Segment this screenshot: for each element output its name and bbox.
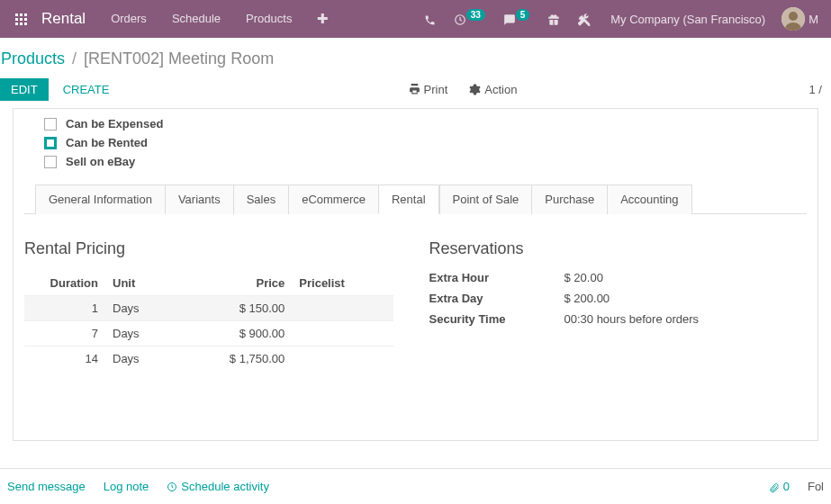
schedule-label: Schedule activity [181, 480, 269, 493]
svg-rect-8 [24, 22, 27, 25]
section-title: Reservations [429, 239, 799, 258]
tab-sales[interactable]: Sales [233, 184, 290, 214]
section-title: Rental Pricing [24, 239, 393, 258]
checkbox-rented[interactable]: Can be Rented [44, 133, 789, 152]
extra-hour-label: Extra Hour [429, 271, 565, 284]
cell-unit: Days [105, 346, 175, 372]
nav-menu-schedule[interactable]: Schedule [159, 0, 233, 38]
top-navbar: Rental Orders Schedule Products ✚ 33 5 M… [0, 0, 831, 38]
cell-unit: Days [105, 321, 175, 346]
print-icon [409, 84, 420, 95]
tab-accounting[interactable]: Accounting [607, 184, 691, 214]
tab-variants[interactable]: Variants [165, 184, 234, 214]
tools-icon[interactable] [569, 12, 600, 26]
cell-duration: 1 [24, 296, 105, 321]
gear-icon [469, 84, 481, 95]
col-pricelist: Pricelist [292, 271, 393, 296]
paperclip-icon [769, 482, 780, 493]
print-button[interactable]: Print [409, 83, 448, 96]
svg-rect-3 [15, 18, 18, 21]
col-unit: Unit [105, 271, 175, 296]
breadcrumb-sep: / [65, 50, 84, 68]
table-row[interactable]: 14 Days $ 1,750.00 [24, 346, 393, 372]
security-value: 00:30 hours before orders [565, 312, 799, 326]
col-duration: Duration [24, 271, 105, 296]
log-note-button[interactable]: Log note [104, 480, 149, 493]
checkbox-icon [44, 156, 57, 168]
cell-duration: 14 [24, 346, 105, 372]
checkbox-list: Can be Expensed Can be Rented Sell on eB… [24, 109, 807, 178]
apps-icon[interactable] [7, 12, 36, 26]
user-menu[interactable]: M [776, 7, 824, 31]
nav-menu-orders[interactable]: Orders [98, 0, 159, 38]
tab-pos[interactable]: Point of Sale [439, 184, 533, 214]
table-row[interactable]: 7 Days $ 900.00 [24, 321, 393, 346]
checkbox-icon [44, 137, 57, 149]
checkbox-label: Sell on eBay [66, 155, 135, 168]
form-sheet: Can be Expensed Can be Rented Sell on eB… [13, 108, 818, 441]
attachment-count: 0 [783, 480, 790, 493]
user-label: M [808, 13, 818, 26]
svg-point-11 [789, 12, 798, 21]
reservations-section: Reservations Extra Hour $ 20.00 Extra Da… [429, 239, 799, 371]
breadcrumb-current: [RENT002] Meeting Room [84, 50, 274, 68]
phone-icon[interactable] [415, 12, 445, 26]
module-brand[interactable]: Rental [36, 10, 98, 28]
cell-price: $ 1,750.00 [175, 346, 292, 372]
cell-pricelist [292, 296, 393, 321]
company-selector[interactable]: My Company (San Francisco) [600, 13, 776, 26]
cell-duration: 7 [24, 321, 105, 346]
tab-rental[interactable]: Rental [378, 184, 439, 214]
tab-ecommerce[interactable]: eCommerce [288, 184, 379, 214]
discuss-icon[interactable]: 5 [494, 12, 538, 26]
checkbox-expensed[interactable]: Can be Expensed [44, 114, 789, 133]
pricing-table: Duration Unit Price Pricelist 1 Days $ 1… [24, 271, 393, 371]
security-label: Security Time [429, 312, 565, 326]
activity-badge: 33 [466, 9, 485, 21]
svg-rect-0 [15, 14, 18, 16]
svg-rect-5 [24, 18, 27, 21]
cell-pricelist [292, 346, 393, 372]
tab-general[interactable]: General Information [35, 184, 166, 214]
tabs: General Information Variants Sales eComm… [24, 184, 807, 214]
clock-icon [167, 482, 177, 492]
action-label: Action [484, 83, 517, 96]
chatter-bar: Send message Log note Schedule activity … [0, 468, 831, 504]
print-label: Print [424, 83, 448, 96]
extra-hour-value: $ 20.00 [565, 271, 799, 284]
extra-day-value: $ 200.00 [565, 292, 799, 305]
pager[interactable]: 1 / [809, 83, 826, 96]
gift-icon[interactable] [538, 12, 569, 26]
svg-rect-7 [20, 22, 23, 25]
table-row[interactable]: 1 Days $ 150.00 [24, 296, 393, 321]
nav-menu-products[interactable]: Products [233, 0, 304, 38]
schedule-activity-button[interactable]: Schedule activity [167, 480, 269, 493]
tab-content-rental: Rental Pricing Duration Unit Price Price… [24, 214, 807, 371]
breadcrumb-root[interactable]: Products [1, 50, 65, 68]
cell-unit: Days [105, 296, 175, 321]
checkbox-label: Can be Rented [66, 136, 148, 149]
nav-plus-icon[interactable]: ✚ [304, 11, 341, 27]
breadcrumb: Products / [RENT002] Meeting Room [0, 38, 831, 75]
edit-button[interactable]: EDIT [0, 78, 49, 101]
send-message-button[interactable]: Send message [7, 480, 86, 493]
svg-rect-4 [20, 18, 23, 21]
action-dropdown[interactable]: Action [469, 83, 517, 96]
cell-price: $ 900.00 [175, 321, 292, 346]
follow-button[interactable]: Fol [808, 480, 824, 493]
extra-day-label: Extra Day [429, 292, 565, 305]
create-button[interactable]: CREATE [56, 78, 117, 101]
checkbox-icon [44, 118, 57, 130]
avatar [781, 7, 805, 31]
col-price: Price [175, 271, 292, 296]
tab-purchase[interactable]: Purchase [531, 184, 608, 214]
svg-rect-1 [20, 14, 23, 16]
activity-icon[interactable]: 33 [445, 12, 494, 26]
action-bar: EDIT CREATE Print Action 1 / [0, 75, 831, 108]
rental-pricing-section: Rental Pricing Duration Unit Price Price… [24, 239, 393, 371]
svg-rect-6 [15, 22, 18, 25]
discuss-badge: 5 [516, 9, 530, 21]
attachment-button[interactable]: 0 [769, 480, 790, 493]
checkbox-label: Can be Expensed [66, 117, 163, 130]
checkbox-ebay[interactable]: Sell on eBay [44, 152, 789, 171]
